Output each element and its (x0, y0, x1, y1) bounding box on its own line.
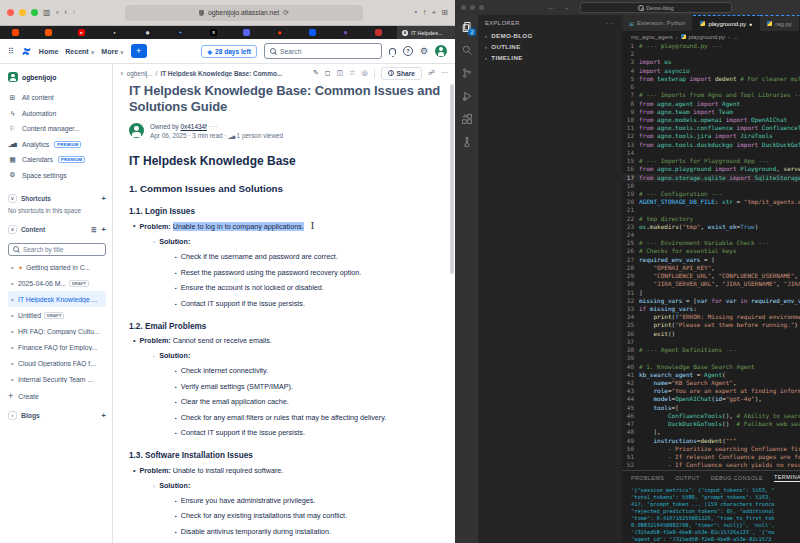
minimize-window-button[interactable] (470, 5, 475, 10)
code-line[interactable]: 13from agno.tools.duckduckgo import Duck… (622, 141, 800, 149)
code-line[interactable]: 25# --- Environment Variable Check --- (622, 239, 800, 247)
pinned-tab-favicon[interactable]: ◍ (144, 29, 151, 36)
code-line[interactable]: 22# tmp directory (622, 215, 800, 223)
star-icon[interactable]: ☆ (349, 69, 355, 77)
code-line[interactable]: 10from agno.models.openai import OpenAIC… (622, 116, 800, 124)
code-line[interactable]: 11from agno.tools.confluence import Conf… (622, 124, 800, 132)
new-tab-icon[interactable]: + (432, 9, 437, 17)
confluence-logo-icon[interactable] (21, 46, 32, 57)
pinned-tab-favicon[interactable] (243, 29, 250, 36)
active-tab[interactable]: A IT Helpdes... (397, 26, 455, 39)
code-line[interactable]: 17from agno.storage.sqlite import Sqlite… (622, 174, 800, 182)
chevron-down-icon[interactable]: ∨ (56, 10, 60, 15)
pinned-tab-favicon[interactable] (375, 29, 382, 36)
code-line[interactable]: 47 DuckDuckGoTools() # Fallback web sear (622, 420, 800, 428)
filter-icon[interactable]: ☰ (91, 226, 96, 233)
share-button[interactable]: Share (381, 67, 422, 80)
help-icon[interactable]: ? (403, 46, 413, 56)
tab-overview-icon[interactable]: ⊞ (441, 9, 448, 17)
code-line[interactable]: 7# --- Imports from Agno and Tool Librar… (622, 91, 800, 99)
pinned-tab-favicon[interactable]: ● (111, 29, 118, 36)
problem-value[interactable]: Unable to log in to company applications… (173, 222, 304, 231)
nav-recent[interactable]: Recent∨ (65, 48, 94, 55)
nav-more[interactable]: More∨ (101, 48, 123, 55)
collapse-chevron-icon[interactable]: ∨ (120, 70, 124, 76)
panel-tab-terminal[interactable]: TERMINAL (774, 474, 800, 482)
code-line[interactable]: 35 print("Please set them before running… (622, 321, 800, 329)
app-switcher-icon[interactable]: ⠿ (8, 47, 14, 56)
sidebar-item-automation[interactable]: ϟAutomation (8, 106, 106, 122)
editor-tab-extension-python[interactable]: ⊞Extension: Python (622, 15, 693, 31)
sidebar-toggle-icon[interactable]: ▥ (43, 9, 51, 17)
code-line[interactable]: 28 "OPENAI_API_KEY", (622, 264, 800, 272)
code-line[interactable]: 48 ], (622, 428, 800, 436)
chevron-down-icon[interactable]: ∨ (8, 194, 17, 203)
editor-breadcrumb[interactable]: my_agno_agent › playground.py › ... (622, 31, 800, 42)
blogs-row[interactable]: › Blogs + (8, 407, 106, 423)
code-line[interactable]: 19# --- Configuration --- (622, 190, 800, 198)
code-line[interactable]: 9from agno.team import Team (622, 108, 800, 116)
shortcuts-section-header[interactable]: ∨ Shortcuts + (8, 192, 106, 205)
code-line[interactable]: 52 - If Confluence search yields no resu… (622, 461, 800, 469)
code-line[interactable]: 26# Checks for essential keys (622, 247, 800, 255)
code-line[interactable]: 4import asyncio (622, 67, 800, 75)
code-line[interactable]: 24 (622, 231, 800, 239)
byline-more-icon[interactable]: ··· (209, 123, 218, 130)
source-control-icon[interactable] (460, 66, 473, 79)
code-line[interactable]: 2 (622, 50, 800, 58)
pinned-tab-favicon[interactable] (309, 29, 316, 36)
add-shortcut-icon[interactable]: + (101, 194, 106, 203)
history-forward-icon[interactable]: → (563, 4, 570, 11)
watch-icon[interactable]: ◎ (361, 69, 367, 77)
code-line[interactable]: 44 model=OpenAIChat(id="gpt-4o"), (622, 395, 800, 403)
code-line[interactable]: 31] (622, 289, 800, 297)
create-button[interactable]: + (131, 44, 147, 58)
page-tree-item[interactable]: •Finance FAQ for Employ... (8, 339, 106, 355)
space-header[interactable]: ogbenijojo (8, 72, 106, 82)
code-line[interactable]: 51 - If relevant Confluence pages are fo… (622, 453, 800, 461)
sidebar-item-space-settings[interactable]: ⚙Space settings (8, 168, 106, 184)
breadcrumb-space[interactable]: ogbenij... (127, 70, 153, 77)
chevron-down-icon[interactable]: ∨ (8, 225, 17, 234)
code-line[interactable]: 14 (622, 149, 800, 157)
code-line[interactable]: 43 role="You are an expert at finding in… (622, 387, 800, 395)
more-actions-icon[interactable]: ⋯ (441, 69, 448, 77)
breadcrumb-page[interactable]: IT Helpdesk Knowledge Base: Commo... (160, 70, 282, 77)
code-line[interactable]: 41kb_search_agent = Agent( (622, 371, 800, 379)
profile-avatar[interactable] (435, 45, 447, 57)
edit-icon[interactable]: ✎ (313, 69, 319, 77)
page-tree-item[interactable]: •Cloud Operations FAQ f... (8, 355, 106, 371)
code-line[interactable]: 33if missing_vars: (622, 305, 800, 313)
sidebar-item-calendars[interactable]: ▦CalendarsPREMIUM (8, 152, 106, 168)
notifications-icon[interactable] (389, 48, 396, 55)
pinned-tab-favicon[interactable] (12, 29, 19, 36)
code-line[interactable]: 38# --- Agent Definitions --- (622, 346, 800, 354)
page-tree-item[interactable]: •UntitledDRAFT (8, 307, 106, 323)
nav-home[interactable]: Home (39, 48, 58, 55)
code-line[interactable]: 3import os (622, 58, 800, 66)
command-center[interactable]: Demo-blog (580, 2, 732, 13)
page-tree-item[interactable]: •2025-04-06 M...DRAFT (8, 275, 106, 291)
editor-tab-playground-py[interactable]: playground.py● (693, 15, 760, 31)
code-line[interactable]: 15# --- Imports for Playground App --- (622, 157, 800, 165)
code-line[interactable]: 8from agno.agent import Agent (622, 100, 800, 108)
explorer-section-demo-blog[interactable]: ›DEMO-BLOG (478, 30, 622, 41)
link-icon[interactable]: ☍ (428, 69, 435, 77)
pinned-tab-favicon[interactable] (45, 29, 52, 36)
owner-link[interactable]: 0x41434f (181, 123, 207, 130)
address-bar[interactable]: ogbenijojo.atlassian.net ⟳ (125, 5, 363, 21)
testing-icon[interactable] (460, 135, 473, 148)
panel-tab-output[interactable]: OUTPUT (675, 475, 700, 481)
code-line[interactable]: 5from textwrap import dedent # For clean… (622, 75, 800, 83)
code-editor[interactable]: 1# --- playground.py ---23import os4impo… (622, 42, 800, 470)
code-line[interactable]: 50 - Prioritize searching Confluence fir… (622, 445, 800, 453)
pinned-tab-favicon[interactable]: ✦ (177, 29, 184, 36)
terminal-output[interactable]: '{"session_metrics": {"input_tokens": 51… (622, 485, 800, 543)
close-window-button[interactable] (7, 9, 14, 16)
editor-tab-rag-py[interactable]: rag.py (760, 15, 800, 31)
code-line[interactable]: 36 exit() (622, 330, 800, 338)
add-content-icon[interactable]: + (101, 225, 106, 234)
share-page-icon[interactable]: ↑ (423, 9, 427, 17)
sidebar-item-all-content[interactable]: ⊞All content (8, 90, 106, 106)
explorer-section-outline[interactable]: ›OUTLINE (478, 41, 622, 52)
